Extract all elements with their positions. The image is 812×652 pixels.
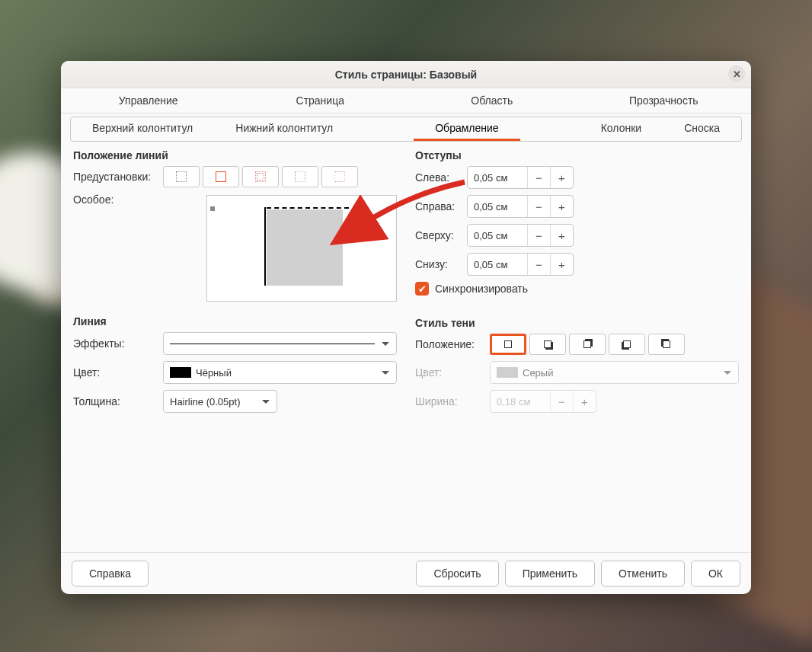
section-padding: Отступы: [415, 149, 739, 161]
dialog-content: Положение линий Предустановки: Особое:: [61, 142, 751, 552]
shadow-width-dec: −: [550, 391, 573, 412]
pad-top-row: Сверху: − +: [415, 224, 739, 247]
effects-row: Эффекты:: [73, 332, 397, 355]
pad-right-input[interactable]: [468, 201, 527, 213]
tab-borders[interactable]: Обрамление: [414, 117, 519, 141]
pad-bottom-input[interactable]: [468, 259, 527, 270]
pad-left-input[interactable]: [468, 172, 527, 184]
shadow-width-label: Ширина:: [415, 395, 484, 408]
line-width-value: Hairline (0.05pt): [170, 396, 241, 408]
preset-shadow-box[interactable]: [242, 166, 279, 187]
pad-right-dec[interactable]: −: [527, 196, 550, 217]
shadow-tr-icon: [583, 340, 591, 348]
reset-button[interactable]: Сбросить: [416, 561, 498, 586]
pad-bottom-dec[interactable]: −: [527, 254, 550, 275]
tabs-row-2: Верхний колонтитул Нижний колонтитул Обр…: [70, 117, 742, 142]
tab-transparency[interactable]: Прозрачность: [578, 88, 750, 113]
line-width-label: Толщина:: [73, 395, 157, 408]
pad-top-input[interactable]: [468, 230, 527, 241]
pad-right-label: Справа:: [415, 200, 461, 213]
line-width-row: Толщина: Hairline (0.05pt): [73, 390, 397, 413]
shadow-none[interactable]: [490, 334, 526, 355]
pad-left-spin[interactable]: − +: [467, 166, 574, 189]
shadow-top-left[interactable]: [648, 334, 685, 355]
preset-lr-icon: [295, 171, 305, 182]
preset-none[interactable]: [163, 166, 200, 187]
pad-bottom-row: Снизу: − +: [415, 253, 739, 276]
sync-checkbox[interactable]: ✔ Синхронизировать: [415, 282, 739, 296]
pad-left-inc[interactable]: +: [550, 167, 573, 188]
line-width-combo[interactable]: Hairline (0.05pt): [163, 390, 277, 413]
pad-right-spin[interactable]: − +: [467, 195, 574, 218]
preset-shadow-box-icon: [255, 171, 266, 182]
presets-label: Предустановки:: [73, 171, 157, 183]
tab-columns[interactable]: Колонки: [580, 117, 663, 141]
pad-right-inc[interactable]: +: [550, 196, 573, 217]
pad-top-dec[interactable]: −: [527, 225, 550, 246]
shadow-top-right[interactable]: [569, 334, 606, 355]
pad-left-dec[interactable]: −: [527, 167, 550, 188]
shadow-br-icon: [544, 340, 551, 348]
shadow-bottom-left[interactable]: [609, 334, 645, 355]
checkbox-checked-icon: ✔: [415, 282, 429, 296]
tab-footnote[interactable]: Сноска: [663, 117, 741, 141]
titlebar: Стиль страницы: Базовый ✕: [61, 61, 751, 88]
pad-top-label: Сверху:: [415, 229, 461, 241]
line-color-row: Цвет: Чёрный: [73, 361, 397, 384]
shadow-position-row: Положение:: [415, 334, 739, 355]
sync-label: Синхронизировать: [435, 283, 528, 295]
tab-header[interactable]: Верхний колонтитул: [71, 117, 214, 141]
shadow-color-combo: Серый: [490, 361, 739, 384]
pad-top-inc[interactable]: +: [550, 225, 573, 246]
pad-left-label: Слева:: [415, 171, 461, 184]
effects-label: Эффекты:: [73, 337, 157, 350]
handle-top-left: [210, 206, 215, 211]
section-line-arrangement: Положение линий: [73, 149, 397, 161]
cancel-button[interactable]: Отменить: [601, 561, 685, 586]
preview-top-border-selected: [267, 207, 349, 209]
section-line: Линия: [73, 315, 397, 328]
pad-bottom-spin[interactable]: − +: [467, 253, 574, 276]
pad-bottom-inc[interactable]: +: [550, 254, 573, 275]
line-color-combo[interactable]: Чёрный: [163, 361, 397, 384]
tab-management[interactable]: Управление: [62, 88, 235, 113]
apply-button[interactable]: Применить: [505, 561, 595, 586]
shadow-bl-icon: [623, 340, 631, 348]
right-column: Отступы Слева: − + Справа: − + Сверху:: [415, 149, 739, 549]
preset-left-right[interactable]: [282, 166, 318, 187]
pad-bottom-label: Снизу:: [415, 258, 461, 270]
shadow-tl-icon: [663, 340, 670, 348]
dialog-buttons: Справка Сбросить Применить Отменить ОК: [61, 552, 751, 594]
tab-area[interactable]: Область: [406, 88, 578, 113]
preset-box[interactable]: [203, 166, 239, 187]
ok-button[interactable]: ОК: [691, 561, 740, 586]
effects-combo[interactable]: [163, 332, 397, 355]
tab-page[interactable]: Страница: [235, 88, 407, 113]
preview-left-border: [264, 207, 266, 286]
preset-buttons: [163, 166, 358, 187]
presets-row: Предустановки:: [73, 166, 397, 187]
tab-footer[interactable]: Нижний колонтитул: [214, 117, 354, 141]
dialog-title: Стиль страницы: Базовый: [335, 69, 477, 81]
shadow-none-icon: [504, 340, 512, 348]
help-button[interactable]: Справка: [72, 561, 149, 586]
shadow-color-row: Цвет: Серый: [415, 361, 739, 384]
pad-top-spin[interactable]: − +: [467, 224, 574, 247]
custom-label: Особое:: [73, 193, 157, 206]
custom-row: Особое:: [73, 193, 397, 302]
line-color-value: Чёрный: [196, 367, 232, 379]
shadow-width-inc: +: [573, 391, 596, 412]
shadow-position-buttons: [490, 334, 685, 355]
shadow-width-input: [491, 396, 550, 408]
close-button[interactable]: ✕: [728, 66, 745, 82]
pad-right-row: Справа: − +: [415, 195, 739, 218]
section-shadow: Стиль тени: [415, 317, 739, 329]
preset-top-bottom[interactable]: [321, 166, 358, 187]
custom-border-preview[interactable]: [206, 195, 397, 302]
close-icon: ✕: [733, 69, 741, 80]
shadow-bottom-right[interactable]: [529, 334, 566, 355]
shadow-color-value: Серый: [523, 367, 553, 379]
shadow-color-swatch-icon: [497, 367, 518, 378]
preset-box-icon: [216, 171, 226, 182]
preset-tb-icon: [334, 171, 345, 182]
